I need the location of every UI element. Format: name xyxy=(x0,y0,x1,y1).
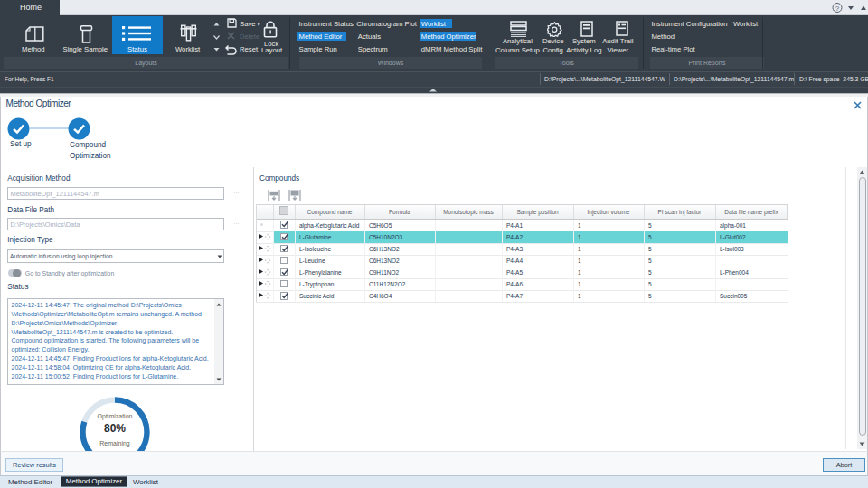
svg-text:?: ? xyxy=(835,5,840,13)
